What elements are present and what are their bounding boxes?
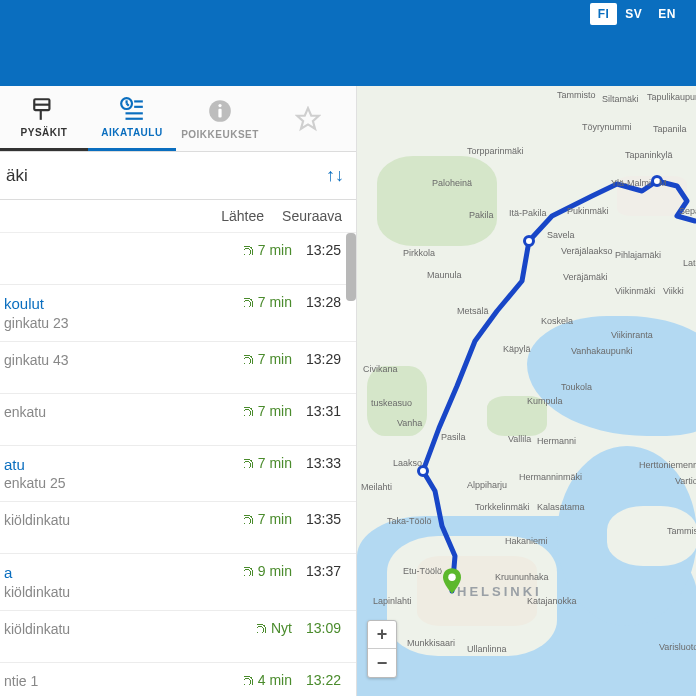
stop-row[interactable]: enkatu7 min13:31 [0,394,356,446]
direction-input[interactable] [4,160,326,192]
svg-line-5 [127,104,129,106]
bus-stop-icon [31,96,57,122]
leaves-value: 7 min [244,294,292,310]
tab-stops-label: PYSÄKIT [21,127,68,138]
stop-row[interactable]: atuenkatu 257 min13:33 [0,446,356,503]
next-value: 13:35 [306,511,346,527]
header-bar [0,40,696,86]
stop-row[interactable]: ntie 14 min13:22 [0,663,356,696]
tab-stops[interactable]: PYSÄKIT [0,86,88,151]
route-stop-dot[interactable] [651,175,663,187]
search-row: ↑↓ [0,152,356,200]
stop-subtext: kiöldinkatu [4,583,244,601]
leaves-value: Nyt [257,620,292,636]
stop-row[interactable]: kiöldinkatuNyt13:09 [0,611,356,663]
stop-row[interactable]: akiöldinkatu9 min13:37 [0,554,356,611]
swap-direction-icon[interactable]: ↑↓ [326,165,344,186]
schedule-icon [119,96,145,122]
next-value: 13:29 [306,351,346,367]
col-next: Seuraava [282,208,342,224]
stop-subtext: kiöldinkatu [4,511,244,529]
leaves-value: 7 min [244,455,292,471]
leaves-value: 7 min [244,511,292,527]
stop-subtext: kiöldinkatu [4,620,257,638]
side-panel: PYSÄKIT AIKATAULU POIKKEUKSET ↑↓ Lähtee … [0,86,357,696]
info-icon [207,98,233,124]
col-leaves: Lähtee [221,208,264,224]
stop-row[interactable]: 7 min13:25 [0,233,356,285]
stop-list[interactable]: 7 min13:25koulutginkatu 237 min13:28gink… [0,233,356,696]
map[interactable]: TammistoSiltamäkiTapulikaupunkiTöyrynumm… [357,86,696,696]
lang-sv[interactable]: SV [617,3,650,25]
route-stop-dot[interactable] [417,465,429,477]
tab-disruptions[interactable]: POIKKEUKSET [176,86,264,151]
leaves-value: 7 min [244,351,292,367]
tab-schedule-label: AIKATAULU [101,127,162,138]
stop-row[interactable]: koulutginkatu 237 min13:28 [0,285,356,342]
stop-subtext: ginkatu 23 [4,314,244,332]
next-value: 13:33 [306,455,346,471]
next-value: 13:28 [306,294,346,310]
svg-point-14 [448,574,456,582]
stop-subtext: ginkatu 43 [4,351,244,369]
stop-row[interactable]: kiöldinkatu7 min13:35 [0,502,356,554]
tab-bar: PYSÄKIT AIKATAULU POIKKEUKSET [0,86,356,152]
stop-subtext: ntie 1 [4,672,244,690]
zoom-control: + − [367,620,397,678]
next-value: 13:09 [306,620,346,636]
stop-name: atu [4,455,244,475]
leaves-value: 4 min [244,672,292,688]
next-value: 13:25 [306,242,346,258]
tab-disruptions-label: POIKKEUKSET [181,129,259,140]
next-value: 13:37 [306,563,346,579]
next-value: 13:31 [306,403,346,419]
column-headers: Lähtee Seuraava [0,200,356,233]
scrollbar-thumb[interactable] [346,233,356,301]
star-icon [295,106,321,132]
language-bar: FI SV EN [0,0,696,40]
svg-rect-12 [218,108,221,117]
stop-row[interactable]: ginkatu 437 min13:29 [0,342,356,394]
route-line [357,86,696,696]
leaves-value: 9 min [244,563,292,579]
lang-fi[interactable]: FI [590,3,618,25]
stop-name: koulut [4,294,244,314]
city-label: HELSINKI [457,584,542,599]
zoom-in-button[interactable]: + [368,621,396,649]
route-stop-dot[interactable] [523,235,535,247]
stop-name: a [4,563,244,583]
lang-en[interactable]: EN [650,3,684,25]
tab-schedule[interactable]: AIKATAULU [88,86,176,151]
svg-marker-13 [297,108,319,129]
leaves-value: 7 min [244,403,292,419]
stop-subtext: enkatu [4,403,244,421]
zoom-out-button[interactable]: − [368,649,396,677]
leaves-value: 7 min [244,242,292,258]
stop-subtext: enkatu 25 [4,474,244,492]
svg-point-11 [218,103,221,106]
tab-favorite[interactable] [264,86,352,151]
next-value: 13:22 [306,672,346,688]
